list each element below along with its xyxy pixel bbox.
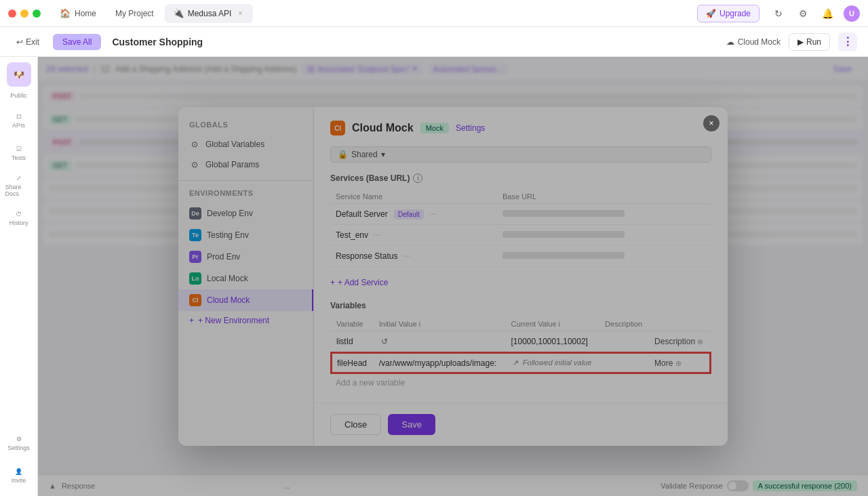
tabs-bar: 🏠 Home My Project 🔌 Medusa API × xyxy=(52,4,692,23)
sidebar-item-invite[interactable]: 👤 Invite xyxy=(5,461,33,491)
tab-api-label: Medusa API xyxy=(188,9,232,18)
tab-close-button[interactable]: × xyxy=(235,9,245,18)
main-layout: 🐶 Public ⊡ APIs ☑ Tests ⤢ Share Docs ⏱ H… xyxy=(0,57,868,496)
upgrade-label: Upgrade xyxy=(719,9,751,18)
history-label: History xyxy=(9,220,28,226)
share-icon: ⤢ xyxy=(16,175,22,182)
run-label: Run xyxy=(806,37,821,47)
invite-label: Invite xyxy=(12,477,26,484)
sidebar-avatar[interactable]: 🐶 xyxy=(7,62,31,87)
exit-icon: ↩ xyxy=(16,37,23,47)
upgrade-button[interactable]: 🚀 Upgrade xyxy=(697,5,760,22)
share-label: Share Docs xyxy=(5,184,33,197)
tab-project-label: My Project xyxy=(115,9,154,18)
modal-backdrop: × Globals ⊙ Global Variables ⊙ Global Pa… xyxy=(38,57,868,496)
sidebar-item-history[interactable]: ⏱ History xyxy=(5,203,33,233)
cloud-mock-label: Cloud Mock xyxy=(738,37,781,47)
collection-title: Customer Shopping xyxy=(112,37,203,47)
tests-icon: ☑ xyxy=(16,146,22,152)
sidebar-item-tests[interactable]: ☑ Tests xyxy=(5,138,33,168)
tab-home[interactable]: 🏠 Home xyxy=(52,4,104,23)
save-all-button[interactable]: Save All xyxy=(53,34,101,50)
overlay xyxy=(38,57,868,496)
tab-home-label: Home xyxy=(75,9,96,18)
maximize-window-button[interactable] xyxy=(33,9,41,18)
apis-label: APIs xyxy=(12,122,25,129)
exit-label: Exit xyxy=(26,37,39,47)
minimize-window-button[interactable] xyxy=(20,9,28,18)
gear-icon: ⚙ xyxy=(16,436,22,442)
play-icon: ▶ xyxy=(797,37,804,47)
top-right-icons: ↻ ⚙ 🔔 U xyxy=(770,5,860,22)
more-options-button[interactable]: ⋮ xyxy=(838,33,857,51)
traffic-lights xyxy=(8,9,41,18)
cloud-icon: ☁ xyxy=(726,37,734,47)
left-sidebar: 🐶 Public ⊡ APIs ☑ Tests ⤢ Share Docs ⏱ H… xyxy=(0,57,38,496)
sidebar-item-settings[interactable]: ⚙ Settings xyxy=(5,428,33,458)
tab-api[interactable]: 🔌 Medusa API × xyxy=(165,4,254,23)
tab-project[interactable]: My Project xyxy=(107,4,162,23)
settings-label: Settings xyxy=(7,445,30,451)
history-icon: ⏱ xyxy=(16,211,22,218)
settings-button[interactable]: ⚙ xyxy=(795,5,811,22)
invite-icon: 👤 xyxy=(15,468,22,475)
api-icon: 🔌 xyxy=(173,8,184,18)
cloud-mock-indicator: ☁ Cloud Mock xyxy=(726,37,781,47)
tests-label: Tests xyxy=(12,154,26,161)
exit-button[interactable]: ↩ Exit xyxy=(11,35,45,49)
apis-icon: ⊡ xyxy=(16,113,22,120)
home-icon: 🏠 xyxy=(60,8,71,18)
upgrade-icon: 🚀 xyxy=(706,9,716,18)
close-window-button[interactable] xyxy=(8,9,16,18)
sidebar-item-apis[interactable]: ⊡ APIs xyxy=(5,106,33,136)
public-label: Public xyxy=(10,92,27,99)
run-button[interactable]: ▶ Run xyxy=(789,33,830,51)
refresh-button[interactable]: ↻ xyxy=(770,5,787,22)
content-area: 29 selected | 12 Add a Shipping Address … xyxy=(38,57,868,496)
user-avatar[interactable]: U xyxy=(844,5,860,22)
notifications-button[interactable]: 🔔 xyxy=(819,5,835,22)
second-bar: ↩ Exit Save All Customer Shopping ☁ Clou… xyxy=(0,27,868,57)
sidebar-item-share[interactable]: ⤢ Share Docs xyxy=(5,171,33,201)
top-bar: 🏠 Home My Project 🔌 Medusa API × 🚀 Upgra… xyxy=(0,0,868,27)
